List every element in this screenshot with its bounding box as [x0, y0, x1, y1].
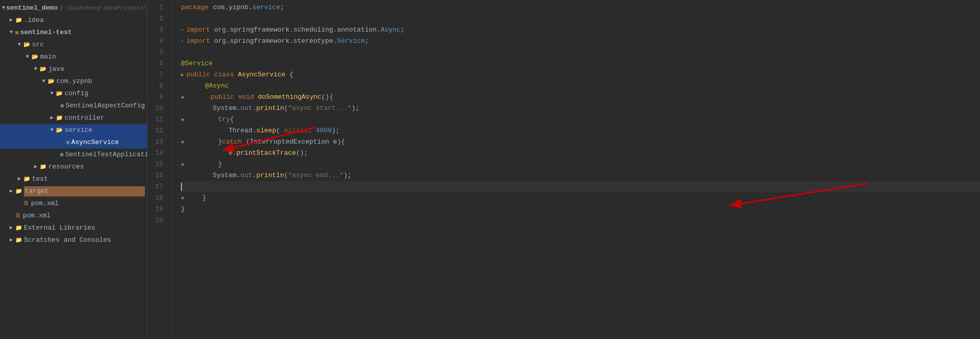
gutter-run-icon: ▶	[181, 69, 185, 80]
sidebar-item-idea[interactable]: ▶ 📁 .idea	[0, 14, 147, 26]
cursor	[181, 183, 182, 191]
thread-class: Thread.	[229, 125, 257, 136]
sidebar-item-sentinel-test-app[interactable]: ◉ SentinelTestApplication	[0, 149, 147, 161]
code-line-13: ◆ }catch (InterruptedException e){	[181, 136, 980, 148]
class-icon: ◉	[60, 101, 64, 111]
xml-icon: 🗎	[15, 211, 21, 221]
line-num-1: 1	[147, 2, 167, 13]
line-num-11: 11	[147, 114, 167, 125]
sidebar-item-com-yzpnb[interactable]: ▼ 📂 com.yzpnb	[0, 75, 147, 88]
chevron-icon: ▼	[16, 40, 22, 50]
folder-icon: 📂	[48, 76, 55, 87]
code-line-6: @Service	[181, 58, 980, 69]
brace-close-15: }	[218, 159, 222, 170]
sidebar-item-main[interactable]: ▼ 📂 main	[0, 51, 147, 63]
folder-icon: 📂	[56, 125, 63, 135]
keyword-import: import	[187, 36, 215, 47]
sidebar-item-scratches[interactable]: ▶ 📁 Scratches and Consoles	[0, 234, 147, 246]
code-line-18: ◆ }	[181, 192, 980, 204]
gutter-mark-15: ◆	[181, 159, 185, 170]
keyword-public: public	[187, 69, 215, 80]
brace-open: {	[289, 69, 293, 80]
indent-18	[187, 192, 202, 204]
keyword-class: class	[214, 69, 238, 80]
annotation-service: @Service	[181, 58, 212, 69]
sidebar-item-label: target	[24, 186, 145, 196]
string-start: "async start..."	[288, 103, 352, 114]
code-line-3: ▸import org.springframework.scheduling.a…	[181, 24, 980, 36]
indent-10	[181, 103, 212, 114]
chevron-icon: ▼	[33, 64, 39, 74]
code-line-4: ▸import org.springframework.stereotype.S…	[181, 36, 980, 47]
sidebar-item-pom-xml-2[interactable]: 🗎 pom.xml	[0, 210, 147, 222]
project-root[interactable]: ▼ sentinel_demo D:\biancheng\IdeaProject…	[0, 2, 147, 14]
gutter-mark-18: ◆	[181, 192, 185, 204]
import-service: Service	[337, 36, 365, 47]
sidebar-item-label: sentinel-test	[20, 27, 145, 38]
line-num-15: 15	[147, 159, 167, 170]
sidebar-item-label: java	[48, 64, 145, 74]
sidebar-item-config[interactable]: ▼ 📂 config	[0, 88, 147, 100]
sidebar-item-src[interactable]: ▼ 📂 src	[0, 39, 147, 51]
sidebar-item-pom-xml-1[interactable]: 🗎 pom.xml	[0, 197, 147, 210]
annotation-async: @Async	[189, 80, 229, 92]
paren-2: (	[284, 170, 288, 181]
line-num-14: 14	[147, 148, 167, 159]
sidebar-item-test[interactable]: ▶ 📁 test	[0, 173, 147, 185]
line-num-3: 3	[147, 24, 167, 36]
code-content[interactable]: package com.yzpnb.service; ▸import org.s…	[173, 0, 980, 339]
dot: .	[252, 103, 256, 114]
code-line-17[interactable]	[181, 181, 980, 192]
sidebar-item-label: test	[32, 174, 145, 184]
fold-icon-3: ▸	[181, 24, 185, 36]
chevron-icon: ▶	[33, 162, 39, 172]
out-field-2: out	[240, 170, 252, 181]
chevron-icon: ▶	[16, 174, 22, 184]
folder-icon: 📂	[32, 52, 39, 62]
folder-icon: 📁	[15, 223, 22, 233]
sidebar-item-label: .idea	[24, 15, 145, 25]
chevron-icon: ▶	[8, 235, 14, 245]
code-line-19: }	[181, 204, 980, 215]
semicolon: ;	[365, 36, 369, 47]
import-async: Async	[381, 24, 401, 36]
folder-icon: 📁	[15, 15, 22, 25]
file-tree-sidebar[interactable]: ▼ sentinel_demo D:\biancheng\IdeaProject…	[0, 0, 147, 339]
line-num-6: 6	[147, 58, 167, 69]
line-num-10: 10	[147, 103, 167, 114]
sidebar-item-controller[interactable]: ▶ 📁 controller	[0, 112, 147, 124]
sidebar-item-external-libraries[interactable]: ▶ 📁 External Libraries	[0, 222, 147, 234]
code-line-10: System.out.println("async start...");	[181, 103, 980, 114]
keyword-catch: catch	[222, 136, 246, 148]
sidebar-item-sentinel-aspect-config[interactable]: ◉ SentinelAspectConfig	[0, 100, 147, 112]
sidebar-item-async-service[interactable]: ◉ AsyncService	[0, 136, 147, 149]
indent-16	[181, 170, 212, 181]
code-line-11: ◆ try{	[181, 114, 980, 125]
indent-11	[187, 114, 218, 125]
chevron-icon: ▼	[49, 125, 55, 135]
keyword-try: try	[218, 114, 230, 125]
sidebar-item-service[interactable]: ▼ 📂 service	[0, 124, 147, 136]
println-method: println	[256, 103, 284, 114]
chevron-icon: ▼	[2, 3, 5, 13]
sidebar-item-target[interactable]: ▶ 📁 target	[0, 185, 147, 197]
indent-12	[181, 125, 229, 136]
xml-icon: 🗎	[23, 199, 29, 209]
brace: {	[230, 114, 234, 125]
sidebar-item-java[interactable]: ▼ 📂 java	[0, 63, 147, 75]
sidebar-item-sentinel-test[interactable]: ▼ ▣ sentinel-test	[0, 26, 147, 39]
var-e: e	[333, 136, 337, 148]
code-line-7: ▶public class AsyncService {	[181, 69, 980, 80]
code-line-5	[181, 47, 980, 58]
number-4000: 4000	[316, 125, 331, 136]
sidebar-item-resources[interactable]: ▶ 📁 resources	[0, 161, 147, 173]
parens: ();	[296, 148, 308, 159]
class-name: AsyncService	[238, 69, 289, 80]
println-method-2: println	[256, 170, 284, 181]
class-icon: ◉	[66, 137, 70, 148]
gutter-mark-11: ◆	[181, 114, 185, 125]
chevron-icon: ▼	[49, 89, 55, 99]
sidebar-item-label: SentinelTestApplication	[65, 150, 147, 160]
class-icon: ◉	[60, 150, 64, 160]
line-num-16: 16	[147, 170, 167, 181]
